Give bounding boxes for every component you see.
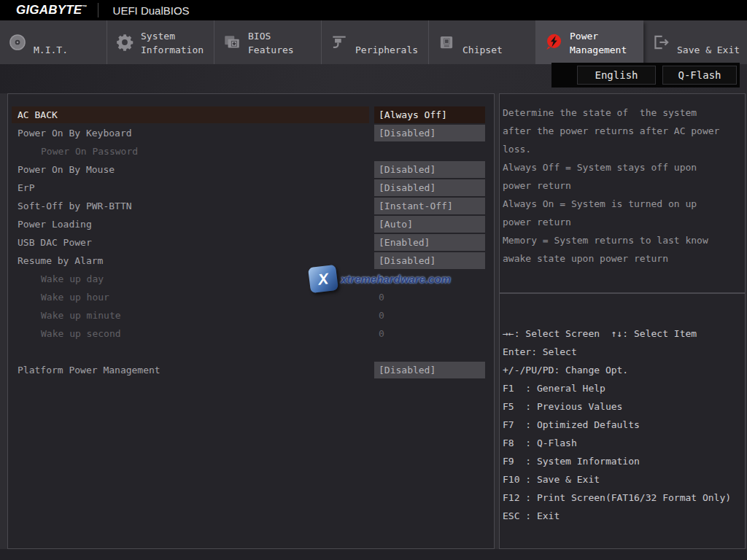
key-hint-line: →←: Select Screen ↑↓: Select Item [503,324,742,343]
tab-label: M.I.T. [34,27,107,58]
setting-label: Power On By Mouse [12,161,374,178]
setting-value[interactable]: [Disabled] [374,252,485,269]
setting-row-power-on-mouse[interactable]: Power On By Mouse [Disabled] [12,160,485,179]
tab-label: Power Management [570,27,643,58]
tab-label: BIOS Features [248,27,321,58]
setting-label: Wake up second [12,325,374,342]
help-line: loss. [503,140,739,158]
divider [98,3,98,18]
setting-value[interactable]: [Disabled] [374,362,485,378]
setting-label: AC BACK [12,106,369,123]
setting-row-wake-up-second: Wake up second 0 [12,324,485,343]
chip-icon [437,33,456,52]
key-hint-line: F1 : General Help [503,379,742,397]
setting-label: USB DAC Power [12,234,374,251]
peripheral-cable-icon [330,33,349,52]
help-line: power return [503,213,739,231]
setting-label: Wake up minute [12,307,374,324]
exit-door-icon [651,33,670,52]
tab-mit[interactable]: M.I.T. [0,20,107,64]
key-hint-line: F10 : Save & Exit [503,470,742,489]
setting-value[interactable]: [Disabled] [374,179,485,196]
tab-chipset[interactable]: Chipset [429,20,536,64]
setting-value[interactable]: [Auto] [374,216,485,233]
settings-panel: AC BACK [Always Off] Power On By Keyboar… [7,93,495,549]
setting-value: 0 [374,307,485,324]
folder-plus-icon [222,33,241,52]
tab-label: System Information [141,27,214,58]
setting-row-wake-up-day: Wake up day 0 [12,270,485,288]
setting-value: 0 [374,325,485,342]
key-hint-line: F5 : Previous Values [503,397,742,416]
setting-value[interactable]: [Always Off] [374,106,485,123]
setting-label: Power On By Keyboard [12,125,374,141]
help-line: awake state upon power return [503,249,739,268]
key-hint-line: F9 : System Information [503,452,742,470]
setting-value[interactable]: [Disabled] [374,161,485,178]
tab-system-information[interactable]: System Information [107,20,214,64]
setting-row-platform-power-management[interactable]: Platform Power Management [Disabled] [12,361,485,379]
setting-row-erp[interactable]: ErP [Disabled] [12,179,485,197]
tab-bios-features[interactable]: BIOS Features [214,20,322,64]
setting-row-wake-up-minute: Wake up minute 0 [12,306,485,324]
key-hint-line: Enter: Select [503,343,742,361]
setting-label: Platform Power Management [12,362,374,378]
tab-label: Save & Exit [677,27,747,58]
key-hint-line: F12 : Print Screen(FAT16/32 Format Only) [503,489,742,507]
setting-label: ErP [12,179,374,196]
key-hints-panel: →←: Select Screen ↑↓: Select Item Enter:… [499,293,746,549]
help-line: Always On = System is turned on up [503,195,739,213]
setting-label: Wake up day [12,271,374,287]
help-line: Memory = System returns to last know [503,231,739,249]
setting-value: 0 [374,271,485,287]
language-button[interactable]: English [577,66,656,85]
gear-icon [115,33,134,52]
setting-row-soft-off[interactable]: Soft-Off by PWR-BTTN [Instant-Off] [12,197,485,215]
firmware-title: UEFI DualBIOS [113,4,190,17]
setting-label: Wake up hour [12,289,374,306]
help-line: power return [503,176,739,195]
help-line: Always Off = System stays off upon [503,158,739,176]
power-bolt-icon [544,33,563,52]
tab-save-exit[interactable]: Save & Exit [643,20,747,64]
help-panel: Determine the state of the system after … [499,93,746,293]
help-line: Determine the state of the system [503,104,739,122]
setting-row-power-on-password: Power On Password [12,142,485,160]
setting-row-ac-back[interactable]: AC BACK [Always Off] [12,106,485,124]
setting-value[interactable]: [Disabled] [374,125,485,141]
key-hint-line: ESC : Exit [503,507,742,525]
key-hint-line: F8 : Q-Flash [503,434,742,452]
setting-label: Power Loading [12,216,374,233]
setting-label: Soft-Off by PWR-BTTN [12,198,374,214]
disc-icon [8,33,27,52]
tab-label: Chipset [462,27,535,58]
setting-label: Power On Password [12,143,485,160]
setting-row-usb-dac-power[interactable]: USB DAC Power [Enabled] [12,233,485,252]
setting-value[interactable]: [Instant-Off] [374,198,485,214]
trademark-symbol: ™ [82,4,87,9]
setting-row-wake-up-hour: Wake up hour 0 [12,288,485,306]
gigabyte-logo: GIGABYTE™ [16,3,88,18]
tab-label: Peripherals [355,27,428,58]
key-hint-line: F7 : Optimized Defaults [503,416,742,434]
top-bar: GIGABYTE™ UEFI DualBIOS [0,0,747,20]
setting-row-power-loading[interactable]: Power Loading [Auto] [12,215,485,233]
sub-strip: English Q-Flash [0,64,747,93]
tab-bar: M.I.T. System Information BIOS Features … [0,20,747,64]
qflash-button[interactable]: Q-Flash [662,66,737,85]
setting-label: Resume by Alarm [12,252,374,269]
setting-row-power-on-keyboard[interactable]: Power On By Keyboard [Disabled] [12,124,485,142]
tab-power-management[interactable]: Power Management [536,20,643,64]
help-line: after the power returns after AC power [503,122,739,140]
setting-value: 0 [374,289,485,306]
tab-peripherals[interactable]: Peripherals [322,20,429,64]
key-hint-line: +/-/PU/PD: Change Opt. [503,361,742,379]
setting-value[interactable]: [Enabled] [374,234,485,251]
setting-row-resume-by-alarm[interactable]: Resume by Alarm [Disabled] [12,252,485,270]
